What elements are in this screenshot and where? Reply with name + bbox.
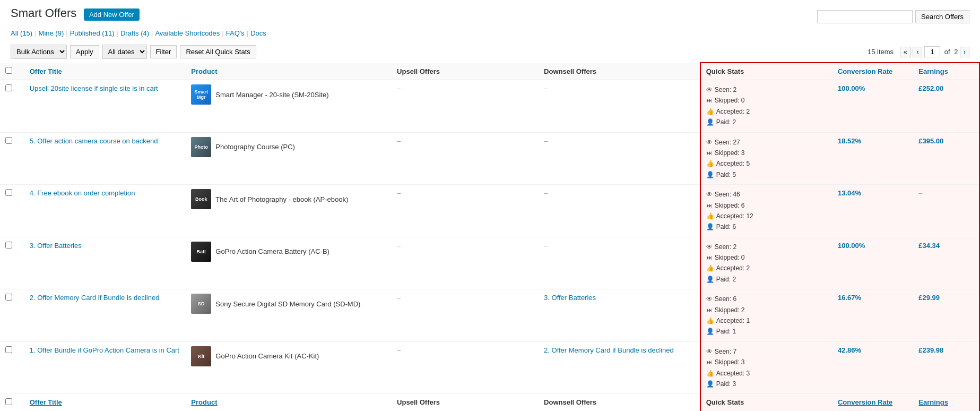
offer-title-link[interactable]: Upsell 20site license if single site is … xyxy=(30,84,158,92)
skipped-label: Skipped: 3 xyxy=(715,357,745,367)
col-header-product-link[interactable]: Product xyxy=(191,67,217,75)
search-input[interactable] xyxy=(817,10,913,23)
stat-skipped: ⏭Skipped: 6 xyxy=(706,200,827,211)
row-upsell: – xyxy=(392,80,539,133)
filter-button[interactable]: Filter xyxy=(150,45,177,58)
col-header-offer-title-link[interactable]: Offer Title xyxy=(30,67,62,75)
nav-drafts[interactable]: Drafts (4) xyxy=(120,29,149,37)
skipped-label: Skipped: 2 xyxy=(715,305,745,315)
row-offer-title: 5. Offer action camera course on backend xyxy=(24,132,186,185)
eye-icon: 👁 xyxy=(706,346,713,357)
table-row: 3. Offer Batteries Batt GoPro Action Cam… xyxy=(0,237,979,289)
stat-accepted: 👍Accepted: 2 xyxy=(706,106,827,117)
page-number-input[interactable]: 1 xyxy=(924,46,940,57)
col-header-earnings-link[interactable]: Earnings xyxy=(918,67,948,75)
skip-icon: ⏭ xyxy=(706,357,713,367)
date-filter-select[interactable]: All dates xyxy=(102,45,147,59)
row-upsell: – xyxy=(392,132,539,185)
nav-all[interactable]: All (15) xyxy=(11,29,32,37)
eye-icon: 👁 xyxy=(706,84,713,95)
row-checkbox[interactable] xyxy=(5,84,12,91)
downsell-link[interactable]: 2. Offer Memory Card if Bundle is declin… xyxy=(544,346,674,354)
row-offer-title: 1. Offer Bundle if GoPro Action Camera i… xyxy=(24,341,186,394)
earnings-value: £395.00 xyxy=(918,137,943,145)
nav-next-button[interactable]: › xyxy=(960,47,969,57)
offers-table: Offer Title Product Upsell Offers Downse… xyxy=(0,62,980,411)
nav-mine[interactable]: Mine (9) xyxy=(39,29,64,37)
page-title: Smart Offers xyxy=(11,6,76,20)
footer-downsell: Downsell Offers xyxy=(539,394,700,411)
footer-select-all-checkbox[interactable] xyxy=(5,398,12,405)
search-button[interactable]: Search Offers xyxy=(915,10,969,23)
reset-stats-button[interactable]: Reset All Quick Stats xyxy=(180,45,256,58)
thumb-up-icon: 👍 xyxy=(706,211,714,221)
footer-conversion-link[interactable]: Conversion Rate xyxy=(838,398,892,406)
nav-prev-button[interactable]: ‹ xyxy=(913,47,922,57)
stat-skipped: ⏭Skipped: 3 xyxy=(706,148,827,158)
select-all-checkbox[interactable] xyxy=(5,67,12,74)
row-checkbox[interactable] xyxy=(5,137,12,144)
row-checkbox[interactable] xyxy=(5,346,12,353)
footer-offer-title-link[interactable]: Offer Title xyxy=(30,398,62,406)
conversion-value: 100.00% xyxy=(838,84,865,92)
product-name: Smart Manager - 20-site (SM-20Site) xyxy=(215,91,328,99)
stat-paid: 👤Paid: 5 xyxy=(706,169,827,180)
product-name: GoPro Action Camera Battery (AC-B) xyxy=(215,247,329,255)
row-earnings: £239.98 xyxy=(913,341,979,394)
skipped-label: Skipped: 3 xyxy=(715,148,745,158)
accepted-label: Accepted: 1 xyxy=(716,315,750,326)
offer-title-link[interactable]: 3. Offer Batteries xyxy=(30,242,82,250)
row-conversion: 18.52% xyxy=(832,132,913,185)
row-checkbox[interactable] xyxy=(5,294,12,301)
offer-title-link[interactable]: 4. Free ebook on order completion xyxy=(30,189,135,197)
row-product: Book The Art of Photography - ebook (AP-… xyxy=(186,185,392,237)
add-new-button[interactable]: Add New Offer xyxy=(84,8,140,21)
row-upsell: – xyxy=(392,289,539,342)
apply-button[interactable]: Apply xyxy=(70,45,99,58)
nav-faq[interactable]: FAQ's xyxy=(226,29,245,37)
row-checkbox[interactable] xyxy=(5,189,12,196)
stat-seen: 👁Seen: 46 xyxy=(706,189,827,200)
offer-title-link[interactable]: 5. Offer action camera course on backend xyxy=(30,137,158,145)
paid-label: Paid: 6 xyxy=(716,221,736,232)
accepted-label: Accepted: 5 xyxy=(716,158,750,169)
conversion-value: 18.52% xyxy=(838,137,861,145)
page-total: 2 xyxy=(954,48,958,56)
offer-title-link[interactable]: 1. Offer Bundle if GoPro Action Camera i… xyxy=(30,346,179,354)
downsell-link[interactable]: 3. Offer Batteries xyxy=(544,294,596,302)
stat-seen: 👁Seen: 7 xyxy=(706,346,827,357)
footer-product-link[interactable]: Product xyxy=(191,398,217,406)
accepted-label: Accepted: 2 xyxy=(716,106,750,117)
row-product: Photo Photography Course (PC) xyxy=(186,132,392,185)
stat-accepted: 👍Accepted: 5 xyxy=(706,158,827,169)
row-checkbox[interactable] xyxy=(5,242,12,249)
skip-icon: ⏭ xyxy=(706,200,713,211)
row-conversion: 13.04% xyxy=(832,185,913,237)
stat-skipped: ⏭Skipped: 2 xyxy=(706,305,827,315)
row-offer-title: Upsell 20site license if single site is … xyxy=(24,80,186,133)
footer-earnings-link[interactable]: Earnings xyxy=(918,398,948,406)
paid-label: Paid: 2 xyxy=(716,117,736,127)
eye-icon: 👁 xyxy=(706,294,713,304)
footer-product: Product xyxy=(186,394,392,411)
col-header-offer-title: Offer Title xyxy=(24,63,186,80)
row-offer-title: 4. Free ebook on order completion xyxy=(24,185,186,237)
col-header-conversion-link[interactable]: Conversion Rate xyxy=(838,67,892,75)
bulk-actions-select[interactable]: Bulk Actions xyxy=(11,45,67,59)
row-product: Batt GoPro Action Camera Battery (AC-B) xyxy=(186,237,392,289)
nav-published[interactable]: Published (11) xyxy=(70,29,115,37)
conversion-value: 13.04% xyxy=(838,189,861,197)
items-count: 15 items xyxy=(868,48,894,56)
nav-docs[interactable]: Docs xyxy=(250,29,266,37)
row-checkbox-cell xyxy=(0,237,24,289)
product-name: Photography Course (PC) xyxy=(215,143,295,151)
accepted-label: Accepted: 2 xyxy=(716,263,750,273)
conversion-value: 42.86% xyxy=(838,346,861,354)
stat-paid: 👤Paid: 2 xyxy=(706,274,827,285)
nav-shortcodes[interactable]: Available Shortcodes xyxy=(155,29,220,37)
earnings-value: – xyxy=(918,189,922,197)
nav-first-button[interactable]: « xyxy=(900,47,911,57)
earnings-value: £34.34 xyxy=(918,242,940,250)
offer-title-link[interactable]: 2. Offer Memory Card if Bundle is declin… xyxy=(30,294,160,302)
stat-skipped: ⏭Skipped: 0 xyxy=(706,252,827,263)
